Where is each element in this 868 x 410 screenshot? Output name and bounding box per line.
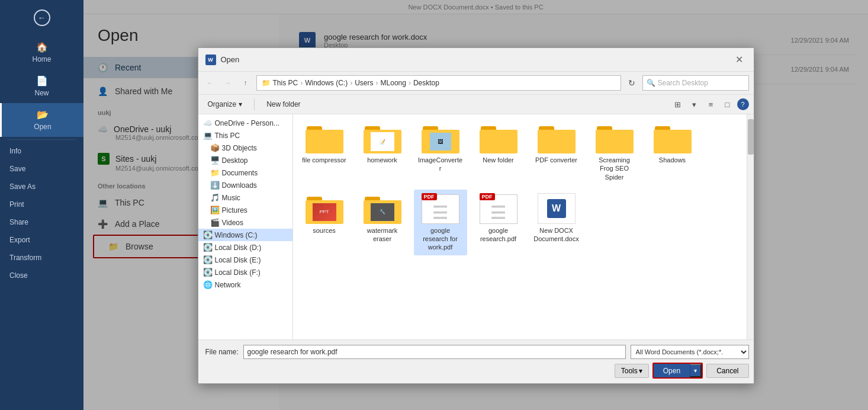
tree-item-locale[interactable]: 💽 Local Disk (E:): [198, 254, 292, 266]
address-bar: ← → ↑ 📁 This PC › Windows (C:) › Users ›…: [198, 72, 754, 95]
folder-icon-7: PPT: [306, 193, 343, 224]
dialog-overlay: W Open ✕ ← → ↑ 📁 This PC › Windows (C:) …: [83, 0, 868, 410]
new-folder-button[interactable]: New folder: [262, 98, 305, 110]
sidebar-item-save[interactable]: Save: [0, 160, 83, 178]
folder-icon-6: [654, 123, 692, 153]
dialog-close-button[interactable]: ✕: [732, 53, 747, 66]
filetype-select[interactable]: All Word Documents (*.docx;*.: [631, 345, 749, 359]
file-label-1: homework: [367, 156, 397, 164]
file-label-8: watermark eraser: [359, 226, 406, 244]
open-main-button[interactable]: Open: [654, 364, 690, 377]
organize-button[interactable]: Organize ▾: [203, 98, 247, 110]
tools-chevron: ▾: [639, 367, 642, 375]
tree-item-documents[interactable]: 📁 Documents: [198, 166, 292, 179]
tree-item-downloads[interactable]: ⬇️ Downloads: [198, 179, 292, 191]
back-button[interactable]: ←: [0, 0, 83, 36]
filename-input[interactable]: [243, 345, 626, 359]
path-thispc[interactable]: This PC: [273, 79, 298, 87]
file-item-7[interactable]: PPT sources: [298, 190, 351, 255]
dialog-body: ☁️ OneDrive - Person... 💻 This PC 📦 3D O…: [198, 114, 754, 339]
action-row: Tools ▾ Open ▾ Cancel: [203, 363, 749, 379]
filename-row: File name: All Word Documents (*.docx;*.: [203, 345, 749, 359]
sidebar-item-home[interactable]: 🏠 Home: [0, 36, 83, 69]
file-label-3: New folder: [483, 156, 514, 164]
view-details-btn[interactable]: ≡: [704, 97, 718, 111]
file-label-0: file compressor: [302, 156, 346, 164]
file-dialog: W Open ✕ ← → ↑ 📁 This PC › Windows (C:) …: [198, 47, 754, 384]
organize-chevron: ▾: [239, 100, 242, 108]
file-item-8[interactable]: 🔧 watermark eraser: [356, 190, 409, 255]
search-icon: 🔍: [647, 79, 655, 87]
dialog-toolbar: Organize ▾ New folder ⊞ ▾ ≡ □ ?: [198, 95, 754, 114]
sidebar-item-print[interactable]: Print: [0, 196, 83, 213]
sidebar-item-share[interactable]: Share: [0, 213, 83, 231]
folder-icon-4: [538, 123, 576, 153]
scroll-area[interactable]: [747, 114, 754, 339]
tree-item-pictures[interactable]: 🖼️ Pictures: [198, 204, 292, 216]
file-label-11: New DOCX Document.docx: [533, 226, 580, 244]
tools-button[interactable]: Tools ▾: [615, 364, 649, 378]
file-label-9: google research for work.pdf: [417, 226, 464, 252]
tree-item-locald[interactable]: 💽 Local Disk (D:): [198, 241, 292, 254]
tree-item-videos[interactable]: 🎬 Videos: [198, 216, 292, 229]
onedrive-tree-icon: ☁️: [203, 118, 213, 127]
file-item-1[interactable]: 📝 homework: [356, 119, 409, 185]
view-preview-btn[interactable]: □: [721, 97, 735, 111]
open-button-group: Open ▾: [652, 363, 703, 379]
tree-item-localf[interactable]: 💽 Local Disk (F:): [198, 266, 292, 278]
file-label-5: Screaming Frog SEO Spider: [591, 156, 638, 181]
tree-item-thispc[interactable]: 💻 This PC: [198, 129, 292, 142]
sidebar-item-new[interactable]: 📄 New: [0, 69, 83, 103]
tree-item-onedrive[interactable]: ☁️ OneDrive - Person...: [198, 117, 292, 129]
sidebar-item-close[interactable]: Close: [0, 267, 83, 284]
refresh-button[interactable]: ↻: [625, 76, 639, 90]
address-path[interactable]: 📁 This PC › Windows (C:) › Users › MLoon…: [256, 75, 621, 91]
file-item-11[interactable]: W New DOCX Document.docx: [530, 190, 583, 255]
sidebar-item-transform[interactable]: Transform: [0, 249, 83, 267]
dialog-title: Open: [221, 55, 240, 64]
dialog-bottom: File name: All Word Documents (*.docx;*.…: [198, 339, 754, 383]
cancel-button[interactable]: Cancel: [706, 364, 748, 378]
file-item-2[interactable]: 🖼 ImageConverter: [414, 119, 467, 185]
sidebar-item-export[interactable]: Export: [0, 231, 83, 249]
main-area: New DOCX Document.docx • Saved to this P…: [83, 0, 868, 410]
path-mloong[interactable]: MLoong: [381, 79, 406, 87]
forward-nav-button[interactable]: →: [221, 76, 235, 90]
help-btn[interactable]: ?: [737, 98, 749, 110]
tree-item-desktop[interactable]: 🖥️ Desktop: [198, 154, 292, 166]
scroll-thumb[interactable]: [748, 119, 754, 155]
file-item-5[interactable]: Screaming Frog SEO Spider: [588, 119, 641, 185]
tree-item-3dobjects[interactable]: 📦 3D Objects: [198, 142, 292, 154]
back-nav-button[interactable]: ←: [203, 76, 217, 90]
path-segment-thispc[interactable]: 📁: [262, 79, 271, 87]
sidebar-item-saveas[interactable]: Save As: [0, 178, 83, 196]
file-item-0[interactable]: file compressor: [298, 119, 351, 185]
open-icon: 📂: [37, 109, 49, 120]
file-item-4[interactable]: PDF converter: [530, 119, 583, 185]
file-item-9[interactable]: ════════════ PDF google research for wor…: [414, 190, 467, 255]
file-label-7: sources: [313, 226, 336, 235]
tree-item-network[interactable]: 🌐 Network: [198, 278, 292, 291]
path-users[interactable]: Users: [355, 79, 373, 87]
folder-icon-0: [306, 123, 343, 153]
tree-item-windows[interactable]: 💽 Windows (C:): [198, 229, 292, 241]
up-nav-button[interactable]: ↑: [239, 76, 253, 90]
file-item-10[interactable]: ════════════ PDF google research.pdf: [472, 190, 525, 255]
path-c[interactable]: Windows (C:): [305, 79, 348, 87]
file-label-10: google research.pdf: [475, 226, 522, 244]
file-grid: file compressor 📝 homework: [293, 114, 747, 339]
toolbar-separator: [254, 98, 255, 110]
view-dropdown-btn[interactable]: ▾: [687, 97, 702, 111]
sidebar-item-open[interactable]: 📂 Open: [0, 103, 83, 137]
open-dropdown-button[interactable]: ▾: [690, 364, 702, 377]
view-large-btn[interactable]: ⊞: [671, 97, 685, 111]
file-label-6: Shadows: [659, 156, 686, 164]
file-item-6[interactable]: Shadows: [646, 119, 699, 185]
search-box[interactable]: 🔍 Search Desktop: [642, 75, 749, 91]
sidebar-item-info[interactable]: Info: [0, 142, 83, 160]
docx-icon-0: W: [538, 193, 576, 224]
tree-item-music[interactable]: 🎵 Music: [198, 191, 292, 204]
folder-icon-5: [596, 123, 634, 153]
file-item-3[interactable]: New folder: [472, 119, 525, 185]
path-desktop[interactable]: Desktop: [413, 79, 439, 87]
